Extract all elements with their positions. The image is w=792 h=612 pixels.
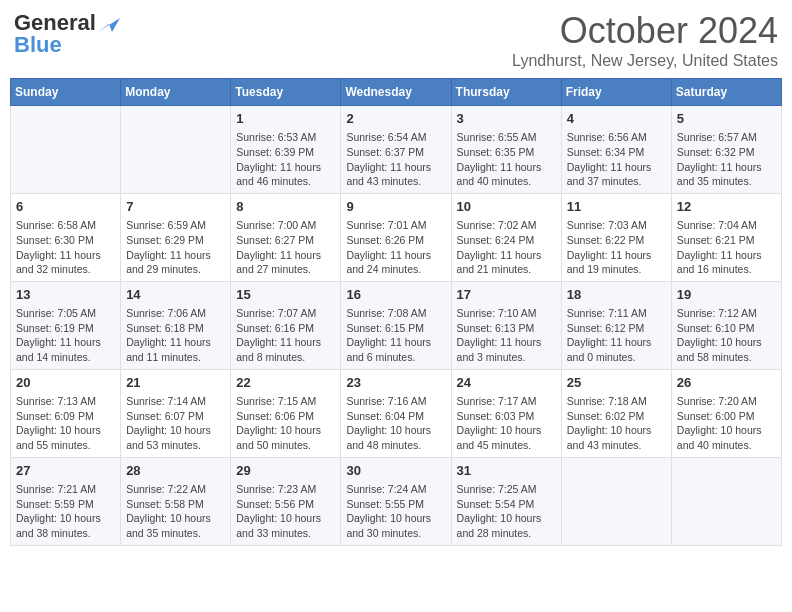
day-info: Sunrise: 7:01 AM Sunset: 6:26 PM Dayligh… [346,218,445,277]
calendar-cell: 13Sunrise: 7:05 AM Sunset: 6:19 PM Dayli… [11,281,121,369]
location: Lyndhurst, New Jersey, United States [512,52,778,70]
day-number: 6 [16,198,115,216]
day-info: Sunrise: 7:24 AM Sunset: 5:55 PM Dayligh… [346,482,445,541]
day-number: 17 [457,286,556,304]
calendar-cell: 18Sunrise: 7:11 AM Sunset: 6:12 PM Dayli… [561,281,671,369]
header-row: SundayMondayTuesdayWednesdayThursdayFrid… [11,79,782,106]
svg-marker-0 [98,18,120,32]
day-info: Sunrise: 7:05 AM Sunset: 6:19 PM Dayligh… [16,306,115,365]
day-number: 18 [567,286,666,304]
day-info: Sunrise: 6:56 AM Sunset: 6:34 PM Dayligh… [567,130,666,189]
calendar-cell: 20Sunrise: 7:13 AM Sunset: 6:09 PM Dayli… [11,369,121,457]
day-number: 28 [126,462,225,480]
calendar-cell: 26Sunrise: 7:20 AM Sunset: 6:00 PM Dayli… [671,369,781,457]
day-number: 19 [677,286,776,304]
day-info: Sunrise: 7:07 AM Sunset: 6:16 PM Dayligh… [236,306,335,365]
day-info: Sunrise: 7:06 AM Sunset: 6:18 PM Dayligh… [126,306,225,365]
day-number: 13 [16,286,115,304]
calendar-cell: 17Sunrise: 7:10 AM Sunset: 6:13 PM Dayli… [451,281,561,369]
title-block: October 2024 Lyndhurst, New Jersey, Unit… [512,10,778,70]
day-number: 25 [567,374,666,392]
month-title: October 2024 [512,10,778,52]
calendar-cell: 16Sunrise: 7:08 AM Sunset: 6:15 PM Dayli… [341,281,451,369]
day-number: 26 [677,374,776,392]
calendar-cell: 12Sunrise: 7:04 AM Sunset: 6:21 PM Dayli… [671,193,781,281]
day-info: Sunrise: 7:23 AM Sunset: 5:56 PM Dayligh… [236,482,335,541]
day-number: 1 [236,110,335,128]
week-row-4: 20Sunrise: 7:13 AM Sunset: 6:09 PM Dayli… [11,369,782,457]
day-number: 10 [457,198,556,216]
day-info: Sunrise: 7:02 AM Sunset: 6:24 PM Dayligh… [457,218,556,277]
day-info: Sunrise: 7:15 AM Sunset: 6:06 PM Dayligh… [236,394,335,453]
day-info: Sunrise: 6:53 AM Sunset: 6:39 PM Dayligh… [236,130,335,189]
day-info: Sunrise: 7:25 AM Sunset: 5:54 PM Dayligh… [457,482,556,541]
calendar-cell [121,106,231,194]
day-number: 23 [346,374,445,392]
day-info: Sunrise: 6:54 AM Sunset: 6:37 PM Dayligh… [346,130,445,189]
day-number: 3 [457,110,556,128]
calendar-cell: 21Sunrise: 7:14 AM Sunset: 6:07 PM Dayli… [121,369,231,457]
day-info: Sunrise: 7:13 AM Sunset: 6:09 PM Dayligh… [16,394,115,453]
day-number: 21 [126,374,225,392]
day-number: 30 [346,462,445,480]
calendar-cell: 19Sunrise: 7:12 AM Sunset: 6:10 PM Dayli… [671,281,781,369]
day-info: Sunrise: 7:21 AM Sunset: 5:59 PM Dayligh… [16,482,115,541]
day-number: 4 [567,110,666,128]
header-day-sunday: Sunday [11,79,121,106]
day-info: Sunrise: 6:55 AM Sunset: 6:35 PM Dayligh… [457,130,556,189]
header-day-thursday: Thursday [451,79,561,106]
day-info: Sunrise: 7:00 AM Sunset: 6:27 PM Dayligh… [236,218,335,277]
week-row-1: 1Sunrise: 6:53 AM Sunset: 6:39 PM Daylig… [11,106,782,194]
day-number: 24 [457,374,556,392]
calendar-cell [11,106,121,194]
day-info: Sunrise: 6:59 AM Sunset: 6:29 PM Dayligh… [126,218,225,277]
logo: General Blue [14,10,120,58]
calendar-cell: 1Sunrise: 6:53 AM Sunset: 6:39 PM Daylig… [231,106,341,194]
calendar-cell: 10Sunrise: 7:02 AM Sunset: 6:24 PM Dayli… [451,193,561,281]
calendar-cell: 22Sunrise: 7:15 AM Sunset: 6:06 PM Dayli… [231,369,341,457]
calendar-cell [561,457,671,545]
day-info: Sunrise: 7:08 AM Sunset: 6:15 PM Dayligh… [346,306,445,365]
week-row-5: 27Sunrise: 7:21 AM Sunset: 5:59 PM Dayli… [11,457,782,545]
day-info: Sunrise: 6:58 AM Sunset: 6:30 PM Dayligh… [16,218,115,277]
calendar-cell: 15Sunrise: 7:07 AM Sunset: 6:16 PM Dayli… [231,281,341,369]
calendar-cell: 25Sunrise: 7:18 AM Sunset: 6:02 PM Dayli… [561,369,671,457]
day-info: Sunrise: 7:12 AM Sunset: 6:10 PM Dayligh… [677,306,776,365]
calendar-cell: 24Sunrise: 7:17 AM Sunset: 6:03 PM Dayli… [451,369,561,457]
day-number: 20 [16,374,115,392]
day-info: Sunrise: 7:04 AM Sunset: 6:21 PM Dayligh… [677,218,776,277]
calendar-cell: 27Sunrise: 7:21 AM Sunset: 5:59 PM Dayli… [11,457,121,545]
page-header: General Blue October 2024 Lyndhurst, New… [10,10,782,70]
day-info: Sunrise: 7:20 AM Sunset: 6:00 PM Dayligh… [677,394,776,453]
day-number: 7 [126,198,225,216]
day-number: 29 [236,462,335,480]
logo-bird-icon [98,14,120,32]
day-number: 15 [236,286,335,304]
day-info: Sunrise: 7:17 AM Sunset: 6:03 PM Dayligh… [457,394,556,453]
header-day-friday: Friday [561,79,671,106]
calendar-cell: 23Sunrise: 7:16 AM Sunset: 6:04 PM Dayli… [341,369,451,457]
calendar-cell: 8Sunrise: 7:00 AM Sunset: 6:27 PM Daylig… [231,193,341,281]
calendar-cell: 5Sunrise: 6:57 AM Sunset: 6:32 PM Daylig… [671,106,781,194]
day-info: Sunrise: 7:10 AM Sunset: 6:13 PM Dayligh… [457,306,556,365]
day-number: 5 [677,110,776,128]
day-number: 2 [346,110,445,128]
calendar-cell: 3Sunrise: 6:55 AM Sunset: 6:35 PM Daylig… [451,106,561,194]
day-info: Sunrise: 7:22 AM Sunset: 5:58 PM Dayligh… [126,482,225,541]
day-info: Sunrise: 7:16 AM Sunset: 6:04 PM Dayligh… [346,394,445,453]
calendar-cell: 14Sunrise: 7:06 AM Sunset: 6:18 PM Dayli… [121,281,231,369]
calendar-cell: 7Sunrise: 6:59 AM Sunset: 6:29 PM Daylig… [121,193,231,281]
day-info: Sunrise: 7:14 AM Sunset: 6:07 PM Dayligh… [126,394,225,453]
calendar-cell: 4Sunrise: 6:56 AM Sunset: 6:34 PM Daylig… [561,106,671,194]
calendar-cell: 6Sunrise: 6:58 AM Sunset: 6:30 PM Daylig… [11,193,121,281]
day-number: 14 [126,286,225,304]
logo-blue: Blue [14,32,62,58]
calendar-cell: 9Sunrise: 7:01 AM Sunset: 6:26 PM Daylig… [341,193,451,281]
week-row-2: 6Sunrise: 6:58 AM Sunset: 6:30 PM Daylig… [11,193,782,281]
day-number: 11 [567,198,666,216]
header-day-tuesday: Tuesday [231,79,341,106]
calendar-cell: 2Sunrise: 6:54 AM Sunset: 6:37 PM Daylig… [341,106,451,194]
day-number: 9 [346,198,445,216]
day-number: 16 [346,286,445,304]
header-day-wednesday: Wednesday [341,79,451,106]
